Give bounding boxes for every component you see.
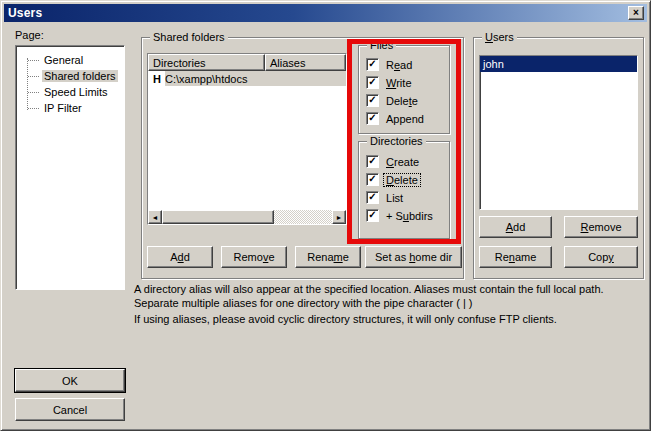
- home-dir-flag: H: [148, 73, 165, 85]
- users-group-label: Users: [482, 31, 517, 43]
- scroll-right-button[interactable]: ►: [332, 210, 346, 224]
- scrollbar-track[interactable]: [274, 210, 332, 224]
- scroll-left-icon: ◄: [152, 214, 159, 221]
- checkbox-box[interactable]: ✓: [366, 94, 379, 107]
- directory-permissions: ✓ Create ✓ Delete ✓ List ✓ + Subdirs: [366, 155, 435, 222]
- user-item-john[interactable]: john: [480, 56, 637, 72]
- page-tree[interactable]: General Shared folders Speed Limits IP F…: [15, 45, 125, 290]
- check-icon: ✓: [368, 156, 376, 166]
- checkbox-files-append[interactable]: ✓ Append: [366, 112, 426, 125]
- remove-user-button[interactable]: Remove: [564, 216, 638, 238]
- page-label: Page:: [15, 29, 44, 41]
- shared-folders-group-label: Shared folders: [150, 31, 228, 43]
- ok-button[interactable]: OK: [15, 369, 125, 392]
- checkbox-files-delete[interactable]: ✓ Delete: [366, 94, 426, 107]
- scrollbar-thumb[interactable]: [162, 210, 274, 224]
- checkbox-files-write[interactable]: ✓ Write: [366, 76, 426, 89]
- checkbox-files-read[interactable]: ✓ Read: [366, 58, 426, 71]
- directories-group-label: Directories: [367, 135, 426, 147]
- checkbox-dirs-list[interactable]: ✓ List: [366, 191, 435, 204]
- directory-row[interactable]: H C:\xampp\htdocs: [148, 71, 346, 86]
- directories-list-body[interactable]: H C:\xampp\htdocs: [148, 71, 346, 210]
- tree-line: [27, 58, 28, 110]
- cyclic-warning-text: If using aliases, please avoid cyclic di…: [134, 312, 636, 326]
- files-permissions: ✓ Read ✓ Write ✓ Delete ✓ Append: [366, 58, 426, 125]
- checkbox-box[interactable]: ✓: [366, 191, 379, 204]
- checkbox-box[interactable]: ✓: [366, 173, 379, 186]
- checkbox-box[interactable]: ✓: [366, 112, 379, 125]
- page-item-speed-limits[interactable]: Speed Limits: [16, 84, 124, 100]
- checkbox-box[interactable]: ✓: [366, 209, 379, 222]
- horizontal-scrollbar[interactable]: ◄ ►: [148, 210, 346, 224]
- files-group-label: Files: [367, 39, 396, 51]
- checkbox-dirs-create[interactable]: ✓ Create: [366, 155, 435, 168]
- check-icon: ✓: [368, 95, 376, 105]
- checkbox-box[interactable]: ✓: [366, 76, 379, 89]
- scroll-right-icon: ►: [336, 214, 343, 221]
- users-list[interactable]: john: [479, 55, 638, 210]
- add-user-button[interactable]: Add: [479, 216, 552, 238]
- close-icon: ×: [633, 8, 639, 18]
- copy-user-button[interactable]: Copy: [564, 246, 638, 268]
- check-icon: ✓: [368, 174, 376, 184]
- directories-list-header: Directories Aliases: [148, 54, 346, 71]
- close-button[interactable]: ×: [628, 6, 644, 20]
- window-title: Users: [8, 6, 42, 20]
- column-header-aliases[interactable]: Aliases: [265, 54, 346, 71]
- cancel-button[interactable]: Cancel: [15, 398, 125, 421]
- checkbox-dirs-delete[interactable]: ✓ Delete: [366, 173, 435, 186]
- set-as-home-dir-button[interactable]: Set as home dir: [365, 246, 462, 268]
- check-icon: ✓: [368, 59, 376, 69]
- users-dialog: Users × Page: General Shared folders Spe…: [0, 0, 651, 431]
- page-item-shared-folders[interactable]: Shared folders: [16, 68, 124, 84]
- column-header-directories[interactable]: Directories: [148, 54, 265, 71]
- alias-info-text: A directory alias will also appear at th…: [134, 282, 636, 310]
- check-icon: ✓: [368, 210, 376, 220]
- directory-path[interactable]: C:\xampp\htdocs: [165, 71, 346, 86]
- checkbox-box[interactable]: ✓: [366, 155, 379, 168]
- check-icon: ✓: [368, 113, 376, 123]
- scroll-left-button[interactable]: ◄: [148, 210, 162, 224]
- page-item-ip-filter[interactable]: IP Filter: [16, 100, 124, 116]
- title-bar[interactable]: Users ×: [4, 4, 647, 22]
- page-item-general[interactable]: General: [16, 52, 124, 68]
- check-icon: ✓: [368, 192, 376, 202]
- checkbox-box[interactable]: ✓: [366, 58, 379, 71]
- checkbox-dirs-subdirs[interactable]: ✓ + Subdirs: [366, 209, 435, 222]
- directories-list[interactable]: Directories Aliases H C:\xampp\htdocs ◄ …: [147, 53, 347, 225]
- rename-user-button[interactable]: Rename: [479, 246, 552, 268]
- add-directory-button[interactable]: Add: [147, 246, 213, 268]
- rename-directory-button[interactable]: Rename: [295, 246, 361, 268]
- remove-directory-button[interactable]: Remove: [221, 246, 287, 268]
- check-icon: ✓: [368, 77, 376, 87]
